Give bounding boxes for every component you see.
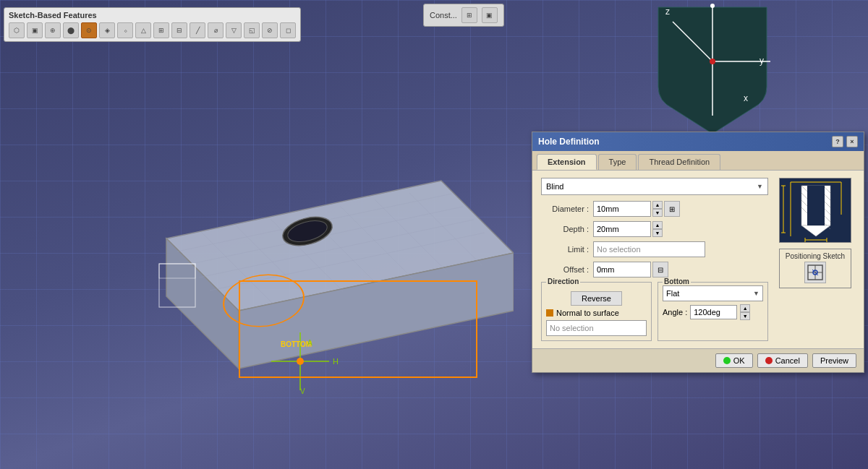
- cancel-label: Cancel: [775, 356, 800, 365]
- depth-input-group: ▲ ▼: [593, 221, 663, 237]
- depth-input[interactable]: [593, 221, 651, 237]
- flat-dropdown-value: Flat: [666, 289, 679, 298]
- toolbar-icon-5-active[interactable]: ⊙: [81, 22, 97, 38]
- diameter-input-group: ▲ ▼ ⊞: [593, 201, 680, 217]
- angle-row: Angle : ▲ ▼: [663, 304, 763, 320]
- depth-label: Depth :: [541, 225, 593, 233]
- ok-icon: [723, 357, 731, 364]
- angle-label: Angle :: [663, 308, 687, 317]
- cancel-button[interactable]: Cancel: [757, 353, 808, 368]
- toolbar-title: Sketch-Based Features: [9, 11, 296, 20]
- positioning-sketch-box: Positioning Sketch: [779, 249, 851, 288]
- normal-surface-indicator: [546, 309, 553, 317]
- direction-bottom-row: Direction Reverse Normal to surface Bott…: [541, 282, 768, 341]
- toolbar-icon-2[interactable]: ▣: [27, 22, 43, 38]
- selection-rectangle: [239, 280, 477, 378]
- dialog-controls: ? ×: [832, 136, 858, 147]
- diameter-spin-up[interactable]: ▲: [652, 201, 663, 209]
- preview-button[interactable]: Preview: [812, 353, 856, 368]
- diameter-spinner: ▲ ▼: [652, 201, 663, 217]
- toolbar-icon-3[interactable]: ⊕: [45, 22, 61, 38]
- limit-row: Limit :: [541, 241, 768, 257]
- dialog-titlebar: Hole Definition ? ×: [532, 132, 864, 151]
- preview-label: Preview: [820, 356, 848, 365]
- cancel-icon: [765, 357, 773, 364]
- angle-spin-down[interactable]: ▼: [740, 312, 750, 320]
- dialog-body: Blind ▼ Diameter : ▲ ▼ ⊞ Depth :: [532, 171, 864, 348]
- direction-selection-input[interactable]: [546, 320, 647, 336]
- dialog-close-button[interactable]: ×: [846, 136, 858, 147]
- bottom-title: Bottom: [663, 277, 691, 285]
- toolbar-icon-13[interactable]: ▽: [226, 22, 242, 38]
- positioning-sketch-label: Positioning Sketch: [783, 252, 848, 260]
- top-center-icon1[interactable]: ⊞: [461, 7, 477, 23]
- toolbar-icon-7[interactable]: ⬦: [117, 22, 133, 38]
- diameter-label: Diameter :: [541, 205, 593, 213]
- hole-diagram: [779, 178, 851, 243]
- normal-surface-row: Normal to surface: [546, 309, 647, 317]
- axes-indicator: y x z: [651, 0, 774, 137]
- toolbar-icon-10[interactable]: ⊟: [171, 22, 187, 38]
- angle-spin-up[interactable]: ▲: [740, 304, 750, 312]
- svg-text:x: x: [744, 93, 748, 103]
- hole-dialog: Hole Definition ? × Extension Type Threa…: [532, 132, 864, 373]
- toolbar-icon-15[interactable]: ⊘: [262, 22, 278, 38]
- bottom-section: Bottom Flat ▼ Angle : ▲ ▼: [658, 282, 768, 341]
- offset-measure-icon[interactable]: ⊟: [652, 262, 668, 277]
- toolbar-icon-14[interactable]: ◱: [244, 22, 260, 38]
- flat-dropdown[interactable]: Flat ▼: [663, 285, 763, 301]
- limit-input[interactable]: [593, 241, 705, 257]
- depth-spin-up[interactable]: ▲: [652, 221, 663, 229]
- dialog-footer: OK Cancel Preview: [532, 348, 864, 372]
- angle-input[interactable]: [690, 305, 737, 319]
- diameter-measure-icon[interactable]: ⊞: [664, 201, 680, 217]
- depth-spinner: ▲ ▼: [652, 221, 663, 237]
- blind-dropdown-value: Blind: [546, 182, 563, 191]
- diameter-row: Diameter : ▲ ▼ ⊞: [541, 201, 768, 217]
- dialog-title: Hole Definition: [538, 137, 600, 147]
- diameter-input[interactable]: [593, 201, 651, 217]
- chevron-down-icon: ▼: [757, 183, 763, 190]
- toolbar-icon-4[interactable]: ⬤: [63, 22, 79, 38]
- svg-text:y: y: [760, 56, 764, 66]
- reverse-button[interactable]: Reverse: [571, 291, 622, 306]
- flat-chevron-icon: ▼: [753, 290, 760, 297]
- blind-dropdown[interactable]: Blind ▼: [541, 178, 768, 195]
- dialog-tabs: Extension Type Thread Definition: [532, 151, 864, 171]
- dialog-left-panel: Blind ▼ Diameter : ▲ ▼ ⊞ Depth :: [541, 178, 768, 341]
- angle-spinner: ▲ ▼: [740, 304, 750, 320]
- toolbar-icon-6[interactable]: ◈: [99, 22, 115, 38]
- depth-spin-down[interactable]: ▼: [652, 229, 663, 237]
- top-center-panel: Const... ⊞ ▣: [423, 4, 504, 27]
- offset-label: Offset :: [541, 265, 593, 274]
- toolbar-panel: Sketch-Based Features ⬡ ▣ ⊕ ⬤ ⊙ ◈ ⬦ △ ⊞ …: [4, 7, 301, 42]
- offset-input[interactable]: [593, 262, 651, 277]
- top-center-label: Const...: [430, 11, 457, 20]
- dialog-help-button[interactable]: ?: [832, 136, 843, 147]
- offset-input-group: ⊟: [593, 262, 668, 277]
- toolbar-icon-12[interactable]: ⌀: [208, 22, 224, 38]
- toolbar-icon-1[interactable]: ⬡: [9, 22, 25, 38]
- tab-type[interactable]: Type: [598, 154, 637, 170]
- direction-section: Direction Reverse Normal to surface: [541, 282, 652, 341]
- dialog-right-panel: Positioning Sketch: [775, 178, 855, 341]
- tab-thread-definition[interactable]: Thread Definition: [638, 154, 720, 170]
- toolbar-icon-9[interactable]: ⊞: [153, 22, 169, 38]
- svg-point-35: [710, 4, 715, 8]
- toolbar-icon-8[interactable]: △: [135, 22, 151, 38]
- svg-text:z: z: [665, 7, 670, 17]
- normal-surface-label: Normal to surface: [556, 309, 619, 317]
- ok-button[interactable]: OK: [715, 353, 753, 368]
- positioning-sketch-icon[interactable]: [804, 262, 826, 283]
- diameter-spin-down[interactable]: ▼: [652, 209, 663, 217]
- svg-rect-49: [807, 186, 825, 225]
- toolbar-icon-11[interactable]: ╱: [190, 22, 205, 38]
- ok-label: OK: [733, 356, 745, 365]
- toolbar-icons-row: ⬡ ▣ ⊕ ⬤ ⊙ ◈ ⬦ △ ⊞ ⊟ ╱ ⌀ ▽ ◱ ⊘ ◻: [9, 22, 296, 38]
- top-center-icon2[interactable]: ▣: [482, 7, 498, 23]
- limit-label: Limit :: [541, 245, 593, 254]
- svg-point-34: [710, 59, 715, 64]
- offset-row: Offset : ⊟: [541, 262, 768, 277]
- toolbar-icon-16[interactable]: ◻: [280, 22, 296, 38]
- tab-extension[interactable]: Extension: [537, 154, 597, 170]
